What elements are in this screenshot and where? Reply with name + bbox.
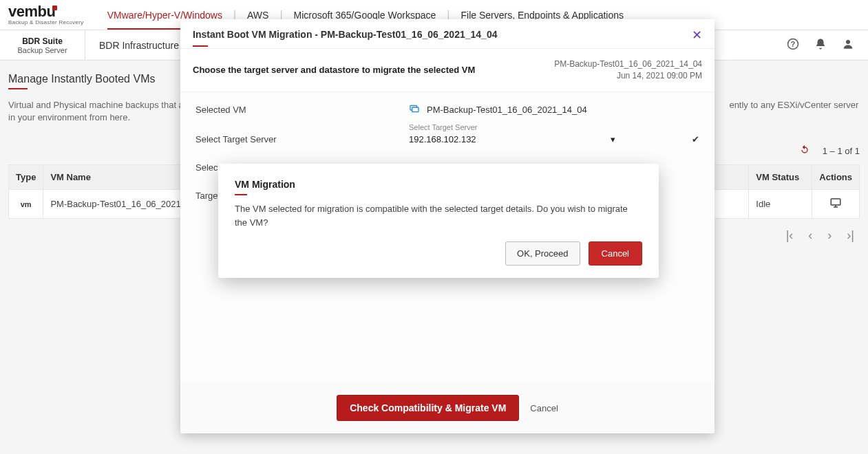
confirm-title: VM Migration [235, 179, 642, 190]
confirm-body: The VM selected for migration is compati… [235, 202, 642, 229]
confirm-actions: OK, Proceed Cancel [235, 241, 642, 266]
confirm-cancel-button[interactable]: Cancel [589, 241, 642, 266]
ok-proceed-button[interactable]: OK, Proceed [505, 241, 580, 266]
confirm-dialog: VM Migration The VM selected for migrati… [218, 164, 659, 278]
